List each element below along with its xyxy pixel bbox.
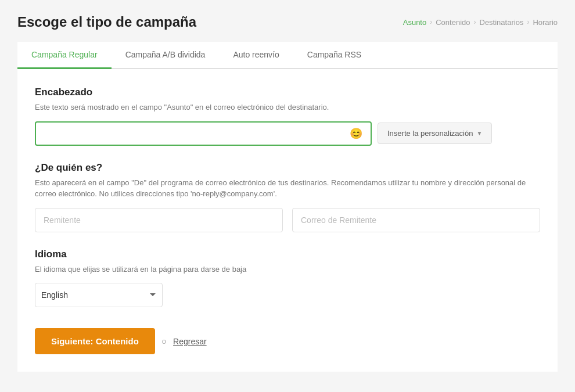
breadcrumb-sep-1: ›	[430, 18, 432, 26]
emoji-button[interactable]: 😊	[347, 128, 365, 139]
subject-input-row: 😊 Inserte la personalización ▼	[35, 121, 540, 146]
personalization-button[interactable]: Inserte la personalización ▼	[378, 123, 492, 144]
page-wrapper: Escoge el tipo de campaña Asunto › Conte…	[0, 0, 575, 392]
sender-email-input[interactable]	[292, 208, 540, 232]
page-title: Escoge el tipo de campaña	[17, 14, 196, 30]
sender-row	[35, 208, 540, 232]
personalization-arrow-icon: ▼	[476, 130, 482, 136]
breadcrumb: Asunto › Contenido › Destinatarios › Hor…	[403, 18, 558, 27]
tab-campana-ab[interactable]: Campaña A/B dividida	[112, 42, 220, 69]
breadcrumb-sep-2: ›	[474, 18, 476, 26]
subject-title: Encabezado	[35, 87, 540, 98]
tabs-container: Campaña Regular Campaña A/B dividida Aut…	[17, 42, 558, 69]
tab-campana-rss[interactable]: Campaña RSS	[293, 42, 375, 69]
tab-campana-regular[interactable]: Campaña Regular	[17, 42, 112, 69]
tab-auto-reenvio[interactable]: Auto reenvío	[219, 42, 293, 69]
breadcrumb-item-horario: Horario	[533, 18, 558, 27]
language-description: El idioma que elijas se utilizará en la …	[35, 264, 540, 275]
subject-input[interactable]	[42, 129, 347, 138]
content-area: Encabezado Este texto será mostrado en e…	[17, 69, 558, 372]
footer-separator: o	[162, 337, 166, 346]
breadcrumb-item-asunto: Asunto	[403, 18, 426, 27]
back-button[interactable]: Regresar	[173, 337, 207, 346]
subject-section: Encabezado Este texto será mostrado en e…	[35, 87, 540, 146]
personalization-label: Inserte la personalización	[387, 129, 473, 138]
language-section: Idioma El idioma que elijas se utilizará…	[35, 249, 540, 308]
language-select[interactable]: English Español Français Deutsch Portugu…	[35, 283, 163, 307]
sender-description: Esto aparecerá en el campo "De" del prog…	[35, 177, 540, 200]
breadcrumb-item-destinatarios: Destinatarios	[480, 18, 524, 27]
language-title: Idioma	[35, 249, 540, 260]
page-header: Escoge el tipo de campaña Asunto › Conte…	[17, 14, 558, 30]
footer-row: Siguiente: Contenido o Regresar	[35, 328, 540, 354]
sender-title: ¿De quién es?	[35, 162, 540, 174]
subject-description: Este texto será mostrado en el campo "As…	[35, 102, 540, 113]
sender-section: ¿De quién es? Esto aparecerá en el campo…	[35, 162, 540, 232]
next-button[interactable]: Siguiente: Contenido	[35, 328, 155, 354]
breadcrumb-sep-3: ›	[527, 18, 529, 26]
subject-input-wrapper: 😊	[35, 121, 372, 146]
language-select-wrapper: English Español Français Deutsch Portugu…	[35, 283, 163, 307]
sender-name-input[interactable]	[35, 208, 283, 232]
breadcrumb-item-contenido: Contenido	[436, 18, 470, 27]
